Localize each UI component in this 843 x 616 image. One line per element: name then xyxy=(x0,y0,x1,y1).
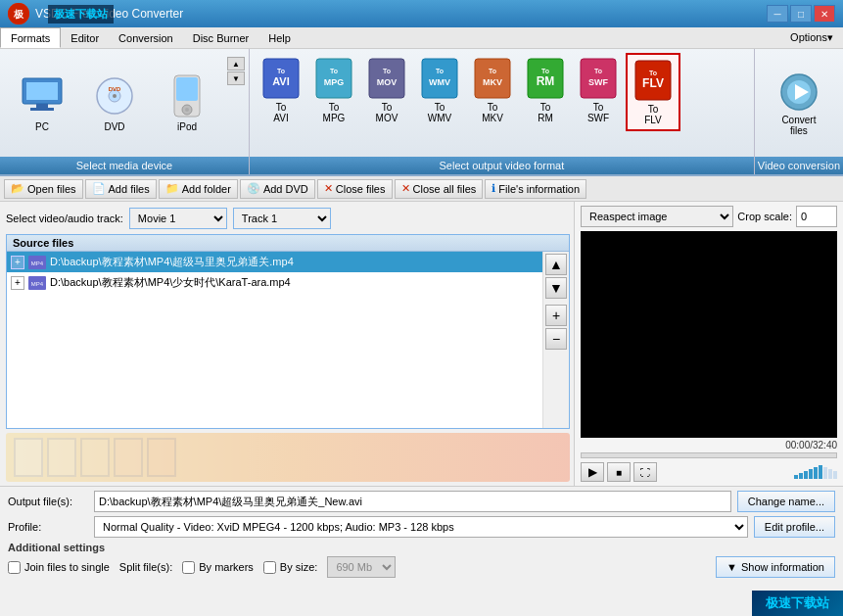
by-markers-check[interactable]: By markers xyxy=(182,561,254,574)
format-mpg[interactable]: To MPG ToMPG xyxy=(308,53,359,127)
profile-select[interactable]: Normal Quality - Video: XviD MPEG4 - 120… xyxy=(94,516,748,538)
mpg-label: ToMPG xyxy=(323,102,346,123)
file-info-button[interactable]: ℹ File's information xyxy=(485,179,586,199)
open-files-label: Open files xyxy=(27,183,76,195)
join-files-checkbox[interactable] xyxy=(8,561,21,574)
format-flv[interactable]: To FLV ToFLV xyxy=(626,53,680,131)
mkv-label: ToMKV xyxy=(482,102,503,123)
edit-profile-button[interactable]: Edit profile... xyxy=(754,516,835,538)
preview-area xyxy=(581,231,837,438)
source-files-header: Source files xyxy=(7,235,569,252)
change-name-button[interactable]: Change name... xyxy=(737,491,835,512)
format-swf[interactable]: To SWF ToSWF xyxy=(573,53,624,127)
playback-controls: ▶ ■ ⛶ xyxy=(581,462,837,482)
menu-help[interactable]: Help xyxy=(258,27,301,48)
file2-expand[interactable]: + xyxy=(11,276,24,290)
format-avi[interactable]: To AVI ToAVI xyxy=(256,53,306,127)
mov-label: ToMOV xyxy=(376,102,398,123)
additional-settings: Additional settings Join files to single… xyxy=(8,542,835,578)
menu-conversion[interactable]: Conversion xyxy=(109,27,183,48)
devices-list: PC DVD DVD xyxy=(0,49,249,157)
show-info-chevron: ▼ xyxy=(726,561,737,573)
output-label: Output file(s): xyxy=(8,496,88,507)
convert-files-button[interactable]: Convertfiles xyxy=(755,49,843,157)
source-file-2[interactable]: + MP4 D:\backup\教程素材\MP4\少女时代\KaraT-ara.… xyxy=(7,272,542,293)
stop-button[interactable]: ■ xyxy=(607,462,631,482)
file-info-icon: ℹ xyxy=(492,182,495,195)
scroll-down-list-button[interactable]: ▼ xyxy=(545,277,567,299)
minimize-button[interactable]: ─ xyxy=(767,5,788,23)
menu-editor[interactable]: Editor xyxy=(61,27,109,48)
vol-seg-1 xyxy=(794,475,798,479)
open-files-button[interactable]: 📂 Open files xyxy=(4,179,83,199)
play-button[interactable]: ▶ xyxy=(581,462,604,482)
svg-text:To: To xyxy=(489,68,496,74)
remove-list-button[interactable]: − xyxy=(545,328,567,350)
format-wmv[interactable]: To WMV ToWMV xyxy=(414,53,465,127)
output-path-input[interactable] xyxy=(94,491,731,512)
device-ipod[interactable]: iPod xyxy=(153,70,221,136)
scroll-up-list-button[interactable]: ▲ xyxy=(545,254,567,275)
profile-label: Profile: xyxy=(8,521,88,533)
add-list-button[interactable]: + xyxy=(545,305,567,326)
size-select[interactable]: 690 Mb xyxy=(327,556,396,578)
join-files-check[interactable]: Join files to single xyxy=(8,561,110,574)
scroll-up-button[interactable]: ▲ xyxy=(227,57,245,71)
dvd-label: DVD xyxy=(104,121,124,132)
close-all-files-button[interactable]: ✕ Close all files xyxy=(395,179,484,199)
movie-select[interactable]: Movie 1 xyxy=(129,208,227,229)
titlebar-left: 极 VSDC Free Video Converter xyxy=(8,3,183,24)
track-selector: Select video/audio track: Movie 1 Track … xyxy=(6,208,570,229)
svg-rect-5 xyxy=(30,108,54,111)
maximize-button[interactable]: □ xyxy=(790,5,812,23)
vol-seg-9 xyxy=(833,471,837,479)
seek-bar[interactable] xyxy=(581,452,837,458)
svg-text:RM: RM xyxy=(537,74,555,88)
join-files-label: Join files to single xyxy=(24,561,110,573)
fullscreen-button[interactable]: ⛶ xyxy=(633,462,657,482)
pc-icon xyxy=(20,73,65,118)
format-mkv[interactable]: To MKV ToMKV xyxy=(467,53,518,127)
by-markers-checkbox[interactable] xyxy=(182,561,195,574)
device-dvd[interactable]: DVD DVD xyxy=(80,70,149,136)
by-size-check[interactable]: By size: xyxy=(263,561,318,574)
menu-formats[interactable]: Formats xyxy=(0,27,61,48)
show-info-button[interactable]: ▼ Show information xyxy=(716,556,835,578)
svg-text:To: To xyxy=(383,68,391,74)
scroll-down-button[interactable]: ▼ xyxy=(227,71,245,85)
track-select[interactable]: Track 1 xyxy=(233,208,331,229)
close-button[interactable]: ✕ xyxy=(814,5,835,23)
add-files-button[interactable]: 📄 Add files xyxy=(85,179,157,199)
video-conversion-label: Video conversion xyxy=(755,157,843,174)
app-logo: 极 xyxy=(8,3,29,24)
svg-rect-3 xyxy=(26,82,58,100)
file1-expand[interactable]: + xyxy=(11,256,24,269)
add-folder-button[interactable]: 📁 Add folder xyxy=(159,179,238,199)
device-scroll: ▲ ▼ xyxy=(227,57,245,85)
reaspect-select[interactable]: Reaspect image xyxy=(581,206,733,227)
avi-icon: To AVI xyxy=(261,57,301,100)
format-mov[interactable]: To MOV ToMOV xyxy=(361,53,412,127)
svg-point-8 xyxy=(113,94,117,98)
svg-text:MP4: MP4 xyxy=(31,281,44,287)
ipod-icon xyxy=(164,73,210,118)
devices-section: PC DVD DVD xyxy=(0,49,250,174)
formats-label: Select output video format xyxy=(250,157,754,174)
formats-list: To AVI ToAVI To MPG ToMPG xyxy=(250,49,754,157)
source-file-1[interactable]: + MP4 D:\backup\教程素材\MP4\超级马里奥兄弟通关.mp4 xyxy=(7,252,542,272)
file2-icon: MP4 xyxy=(28,276,46,290)
file-info-label: File's information xyxy=(498,183,580,195)
filmstrip-decoration xyxy=(6,433,570,482)
format-rm[interactable]: To RM ToRM xyxy=(520,53,571,127)
titlebar: 极 VSDC Free Video Converter ─ □ ✕ xyxy=(0,0,843,27)
device-pc[interactable]: PC xyxy=(8,70,76,136)
vol-seg-3 xyxy=(804,471,808,479)
menu-options[interactable]: Options▾ xyxy=(780,27,843,48)
crop-scale-input[interactable] xyxy=(796,206,837,227)
mpg-icon: To MPG xyxy=(314,57,353,100)
close-files-button[interactable]: ✕ Close files xyxy=(317,179,393,199)
add-dvd-button[interactable]: 💿 Add DVD xyxy=(240,179,315,199)
rm-label: ToRM xyxy=(538,102,553,123)
menu-disc-burner[interactable]: Disc Burner xyxy=(183,27,258,48)
by-size-checkbox[interactable] xyxy=(263,561,276,574)
